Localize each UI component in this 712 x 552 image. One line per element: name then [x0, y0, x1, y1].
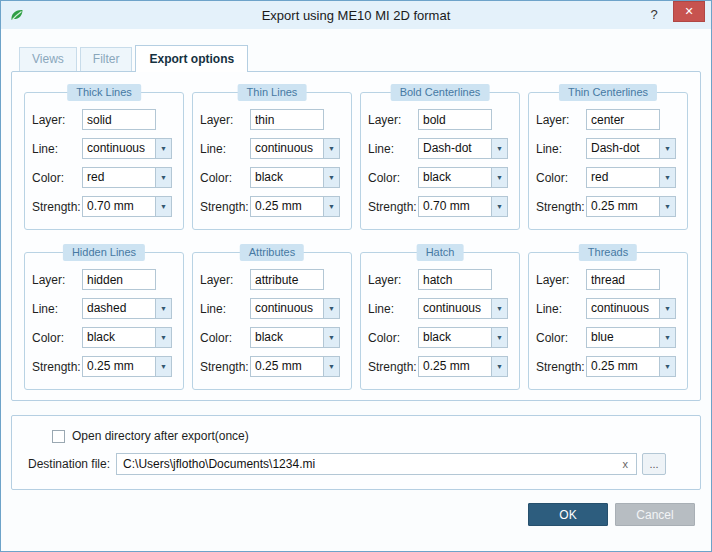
chevron-down-icon[interactable]: ▼: [491, 139, 507, 158]
chevron-down-icon[interactable]: ▼: [491, 197, 507, 216]
app-icon: [9, 7, 25, 23]
line-value: continuous: [419, 299, 491, 318]
group-title: Hidden Lines: [63, 244, 145, 261]
strength-label: Strength:: [200, 200, 250, 214]
chevron-down-icon[interactable]: ▼: [155, 299, 171, 318]
strength-row: Strength: 0.25 mm ▼: [32, 356, 176, 377]
color-value: black: [419, 328, 491, 347]
strength-dropdown[interactable]: 0.25 mm ▼: [82, 356, 172, 377]
color-dropdown[interactable]: black ▼: [82, 327, 172, 348]
tab-views[interactable]: Views: [19, 47, 77, 71]
chevron-down-icon[interactable]: ▼: [491, 357, 507, 376]
line-row: Line: continuous ▼: [536, 298, 680, 319]
color-label: Color:: [200, 331, 250, 345]
help-button[interactable]: ?: [645, 6, 663, 24]
strength-dropdown[interactable]: 0.25 mm ▼: [586, 356, 676, 377]
strength-row: Strength: 0.25 mm ▼: [200, 356, 344, 377]
layer-input[interactable]: [250, 109, 324, 130]
tab-filter[interactable]: Filter: [80, 47, 133, 71]
layer-input[interactable]: [418, 269, 492, 290]
line-value: Dash-dot: [587, 139, 659, 158]
chevron-down-icon[interactable]: ▼: [323, 328, 339, 347]
chevron-down-icon[interactable]: ▼: [491, 168, 507, 187]
strength-label: Strength:: [200, 360, 250, 374]
chevron-down-icon[interactable]: ▼: [659, 357, 675, 376]
line-dropdown[interactable]: continuous ▼: [586, 298, 676, 319]
chevron-down-icon[interactable]: ▼: [659, 328, 675, 347]
layer-input[interactable]: [250, 269, 324, 290]
line-dropdown[interactable]: continuous ▼: [82, 138, 172, 159]
layer-input[interactable]: [586, 269, 660, 290]
chevron-down-icon[interactable]: ▼: [155, 357, 171, 376]
strength-dropdown[interactable]: 0.70 mm ▼: [418, 196, 508, 217]
color-dropdown[interactable]: blue ▼: [586, 327, 676, 348]
chevron-down-icon[interactable]: ▼: [323, 139, 339, 158]
destination-row: Destination file: C:\Users\jflotho\Docum…: [28, 453, 666, 475]
color-value: black: [251, 168, 323, 187]
close-icon: ✕: [684, 5, 693, 18]
color-dropdown[interactable]: red ▼: [586, 167, 676, 188]
color-dropdown[interactable]: black ▼: [418, 167, 508, 188]
line-dropdown[interactable]: continuous ▼: [250, 298, 340, 319]
line-label: Line:: [368, 302, 418, 316]
groups-grid: Thick Lines Layer: Line: continuous ▼ Co…: [24, 92, 688, 390]
cancel-button[interactable]: Cancel: [615, 503, 695, 526]
strength-value: 0.25 mm: [587, 197, 659, 216]
chevron-down-icon[interactable]: ▼: [155, 197, 171, 216]
tab-strip: Views Filter Export options: [19, 45, 711, 71]
color-dropdown[interactable]: black ▼: [418, 327, 508, 348]
line-value: dashed: [83, 299, 155, 318]
color-value: red: [83, 168, 155, 187]
line-dropdown[interactable]: continuous ▼: [418, 298, 508, 319]
color-label: Color:: [368, 331, 418, 345]
strength-dropdown[interactable]: 0.25 mm ▼: [250, 196, 340, 217]
chevron-down-icon[interactable]: ▼: [659, 197, 675, 216]
chevron-down-icon[interactable]: ▼: [155, 328, 171, 347]
strength-label: Strength:: [368, 200, 418, 214]
open-directory-label: Open directory after export(once): [72, 429, 249, 443]
chevron-down-icon[interactable]: ▼: [659, 168, 675, 187]
chevron-down-icon[interactable]: ▼: [155, 168, 171, 187]
chevron-down-icon[interactable]: ▼: [155, 139, 171, 158]
color-dropdown[interactable]: black ▼: [250, 167, 340, 188]
ok-button[interactable]: OK: [528, 503, 608, 526]
strength-dropdown[interactable]: 0.25 mm ▼: [418, 356, 508, 377]
chevron-down-icon[interactable]: ▼: [659, 299, 675, 318]
layer-input[interactable]: [82, 109, 156, 130]
line-dropdown[interactable]: dashed ▼: [82, 298, 172, 319]
clear-input-icon[interactable]: x: [621, 458, 631, 470]
destination-input[interactable]: C:\Users\jflotho\Documents\1234.mi x: [116, 453, 637, 475]
group-attributes: Attributes Layer: Line: continuous ▼ Col…: [192, 252, 352, 390]
open-directory-checkbox[interactable]: [52, 430, 65, 443]
strength-dropdown[interactable]: 0.25 mm ▼: [250, 356, 340, 377]
chevron-down-icon[interactable]: ▼: [323, 299, 339, 318]
chevron-down-icon[interactable]: ▼: [323, 168, 339, 187]
strength-dropdown[interactable]: 0.25 mm ▼: [586, 196, 676, 217]
chevron-down-icon[interactable]: ▼: [323, 197, 339, 216]
strength-dropdown[interactable]: 0.70 mm ▼: [82, 196, 172, 217]
line-dropdown[interactable]: Dash-dot ▼: [586, 138, 676, 159]
layer-input[interactable]: [418, 109, 492, 130]
close-button[interactable]: ✕: [673, 1, 705, 22]
browse-button[interactable]: ...: [642, 453, 666, 475]
titlebar: Export using ME10 MI 2D format ? ✕: [1, 1, 711, 29]
chevron-down-icon[interactable]: ▼: [323, 357, 339, 376]
chevron-down-icon[interactable]: ▼: [659, 139, 675, 158]
color-dropdown[interactable]: red ▼: [82, 167, 172, 188]
open-directory-row: Open directory after export(once): [52, 429, 684, 443]
layer-input[interactable]: [586, 109, 660, 130]
group-title: Bold Centerlines: [391, 84, 490, 101]
group-title: Hatch: [417, 244, 464, 261]
color-dropdown[interactable]: black ▼: [250, 327, 340, 348]
chevron-down-icon[interactable]: ▼: [491, 299, 507, 318]
line-dropdown[interactable]: continuous ▼: [250, 138, 340, 159]
group-title: Thin Centerlines: [559, 84, 657, 101]
chevron-down-icon[interactable]: ▼: [491, 328, 507, 347]
line-dropdown[interactable]: Dash-dot ▼: [418, 138, 508, 159]
line-row: Line: continuous ▼: [200, 138, 344, 159]
line-row: Line: continuous ▼: [368, 298, 512, 319]
layer-input[interactable]: [82, 269, 156, 290]
line-label: Line:: [200, 142, 250, 156]
export-destination-box: Open directory after export(once) Destin…: [11, 415, 701, 490]
tab-export-options[interactable]: Export options: [135, 45, 248, 72]
